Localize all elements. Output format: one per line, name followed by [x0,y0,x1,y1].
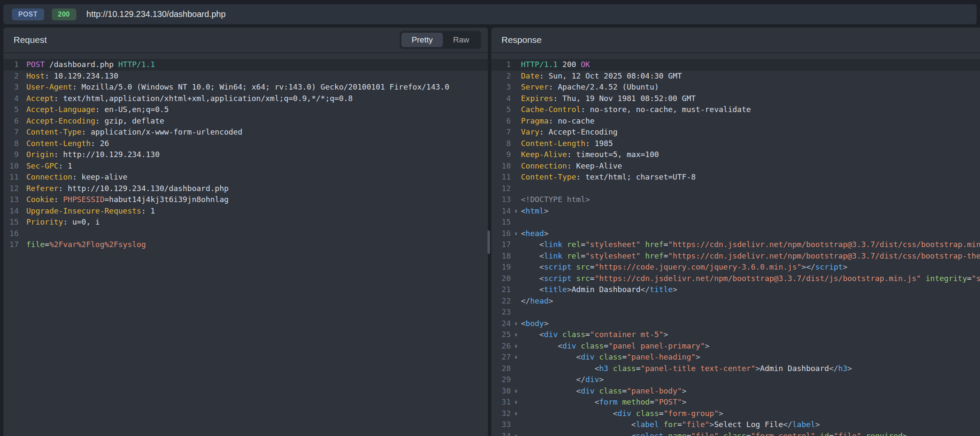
code-line[interactable]: 11Connection: keep-alive [3,172,488,183]
code-line[interactable]: 3Server: Apache/2.4.52 (Ubuntu) [491,82,980,93]
fold-gutter [19,138,26,149]
line-number: 8 [3,138,19,149]
fold-chevron-icon[interactable]: ∨ [511,340,521,352]
code-line[interactable]: 8Content-Length: 1985 [491,138,980,149]
code-line[interactable]: 16∨<head> [491,228,980,239]
code-line[interactable]: 27∨ <div class="panel-heading"> [491,352,980,363]
request-editor[interactable]: 1POST /dashboard.php HTTP/1.12Host: 10.1… [3,54,488,436]
fold-chevron-icon[interactable]: ∨ [511,430,521,436]
code-line[interactable]: 24∨<body> [491,318,980,329]
code-line[interactable]: 2Date: Sun, 12 Oct 2025 08:04:30 GMT [491,70,980,82]
code-line[interactable]: 32∨ <div class="form-group"> [491,408,980,419]
code-line[interactable]: 29 </div> [491,374,980,385]
code-line[interactable]: 3User-Agent: Mozilla/5.0 (Windows NT 10.… [3,82,488,93]
code-text: Accept-Encoding: gzip, deflate [26,115,164,127]
code-line[interactable]: 6Accept-Encoding: gzip, deflate [3,115,488,127]
code-line[interactable]: 14∨<html> [491,205,980,217]
line-number: 5 [3,104,19,115]
code-line[interactable]: 4Expires: Thu, 19 Nov 1981 08:52:00 GMT [491,93,980,104]
code-line[interactable]: 17file=%2Fvar%2Flog%2Fsyslog [3,239,488,250]
code-line[interactable]: 7Content-Type: application/x-www-form-ur… [3,127,488,138]
code-line[interactable]: 25∨ <div class="container mt-5"> [491,329,980,340]
fold-gutter [511,273,521,284]
code-line[interactable]: 15Priority: u=0, i [3,217,488,228]
code-line[interactable]: 5Cache-Control: no-store, no-cache, must… [491,104,980,115]
panel-resize-grip[interactable] [487,231,490,254]
fold-gutter [19,59,26,70]
code-text: </head> [521,295,553,307]
code-line[interactable]: 14Upgrade-Insecure-Requests: 1 [3,205,488,217]
code-line[interactable]: 21 <title>Admin Dashboard</title> [491,284,980,295]
code-line[interactable]: 18 <link rel="stylesheet" href="https://… [491,250,980,262]
fold-gutter [511,138,521,149]
fold-gutter [511,250,521,262]
code-line[interactable]: 7Vary: Accept-Encoding [491,127,980,138]
line-number: 12 [3,183,19,194]
code-text: Accept-Language: en-US,en;q=0.5 [26,104,169,115]
code-line[interactable]: 5Accept-Language: en-US,en;q=0.5 [3,104,488,115]
code-text: Cookie: PHPSESSID=habut14j4kj3t6i39jn8oh… [26,194,229,205]
fold-chevron-icon[interactable]: ∨ [511,352,521,363]
code-line[interactable]: 13<!DOCTYPE html> [491,194,980,205]
code-line[interactable]: 8Content-Length: 26 [3,138,488,149]
line-number: 4 [3,93,19,104]
code-line[interactable]: 19 <script src="https://code.jquery.com/… [491,262,980,273]
code-line[interactable]: 10Connection: Keep-Alive [491,160,980,172]
code-line[interactable]: 11Content-Type: text/html; charset=UTF-8 [491,172,980,183]
code-line[interactable]: 13Cookie: PHPSESSID=habut14j4kj3t6i39jn8… [3,194,488,205]
code-line[interactable]: 22</head> [491,295,980,307]
line-number: 29 [491,374,511,385]
code-line[interactable]: 12Referer: http://10.129.234.130/dashboa… [3,183,488,194]
line-number: 23 [491,307,511,318]
fold-gutter [19,82,26,93]
code-text: <body> [521,318,549,329]
code-line[interactable]: 1HTTP/1.1 200 OK [491,59,980,70]
response-editor[interactable]: 1HTTP/1.1 200 OK2Date: Sun, 12 Oct 2025 … [491,54,980,436]
code-line[interactable]: 2Host: 10.129.234.130 [3,70,488,82]
code-line[interactable]: 10Sec-GPC: 1 [3,160,488,172]
fold-chevron-icon[interactable]: ∨ [511,205,521,217]
fold-gutter [511,172,521,183]
line-number: 26 [491,340,511,352]
code-line[interactable]: 17 <link rel="stylesheet" href="https://… [491,239,980,250]
line-number: 6 [491,115,511,127]
code-line[interactable]: 23 [491,307,980,318]
fold-gutter [19,104,26,115]
code-line[interactable]: 9Origin: http://10.129.234.130 [3,149,488,160]
fold-chevron-icon[interactable]: ∨ [511,397,521,408]
line-number: 27 [491,352,511,363]
line-number: 25 [491,329,511,340]
code-text: <script src="https://code.jquery.com/jqu… [521,262,848,273]
fold-chevron-icon[interactable]: ∨ [511,329,521,340]
code-line[interactable]: 12 [491,183,980,194]
code-line[interactable]: 34∨ <select name="file" class="form-cont… [491,430,980,436]
fold-chevron-icon[interactable]: ∨ [511,385,521,397]
fold-gutter [19,160,26,172]
code-line[interactable]: 6Pragma: no-cache [491,115,980,127]
code-text: <h3 class="panel-title text-center">Admi… [521,363,852,374]
request-panel-title: Request [14,35,47,45]
code-text: file=%2Fvar%2Flog%2Fsyslog [26,239,146,250]
code-line[interactable]: 20 <script src="https://cdn.jsdelivr.net… [491,273,980,284]
code-line[interactable]: 33 <label for="file">Select Log File</la… [491,419,980,430]
fold-gutter [19,93,26,104]
tab-raw[interactable]: Raw [443,33,479,47]
fold-chevron-icon[interactable]: ∨ [511,318,521,329]
fold-gutter [19,127,26,138]
code-line[interactable]: 4Accept: text/html,application/xhtml+xml… [3,93,488,104]
fold-chevron-icon[interactable]: ∨ [511,408,521,419]
code-line[interactable]: 1POST /dashboard.php HTTP/1.1 [3,59,488,70]
code-line[interactable]: 9Keep-Alive: timeout=5, max=100 [491,149,980,160]
code-line[interactable]: 26∨ <div class="panel panel-primary"> [491,340,980,352]
code-line[interactable]: 30∨ <div class="panel-body"> [491,385,980,397]
line-number: 2 [3,70,19,82]
tab-pretty[interactable]: Pretty [401,33,443,47]
code-text: Cache-Control: no-store, no-cache, must-… [521,104,751,115]
code-line[interactable]: 31∨ <form method="POST"> [491,397,980,408]
code-text: <title>Admin Dashboard</title> [521,284,678,295]
code-line[interactable]: 16 [3,228,488,239]
code-line[interactable]: 28 <h3 class="panel-title text-center">A… [491,363,980,374]
code-line[interactable]: 15 [491,217,980,228]
fold-chevron-icon[interactable]: ∨ [511,228,521,239]
fold-gutter [19,194,26,205]
